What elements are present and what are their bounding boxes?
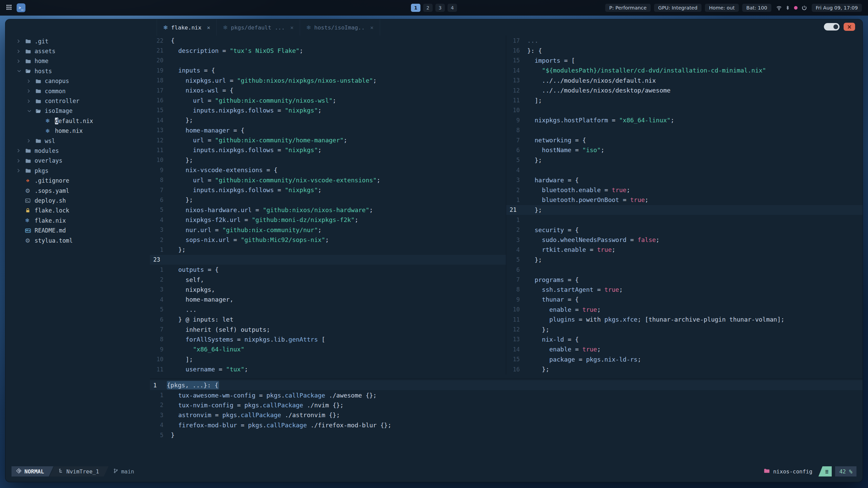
tree-item-canopus[interactable]: canopus: [5, 76, 150, 86]
code-line[interactable]: 8 ssh.startAgent = true;: [506, 285, 863, 294]
tree-item-home.nix[interactable]: ❄home.nix: [5, 126, 150, 136]
wifi-icon[interactable]: [776, 5, 782, 11]
editor-pane-hosts-iso-default-nix[interactable]: 17...16}: {15 imports = [14 "${modulesPa…: [506, 36, 863, 374]
chevron-right-icon[interactable]: [17, 159, 25, 163]
editor-pane-flake-nix[interactable]: 22{21 description = "tux's NixOS Flake";…: [150, 36, 506, 374]
tree-item-stylua.toml[interactable]: ⚙stylua.toml: [5, 236, 150, 245]
code-line[interactable]: 2 self,: [150, 274, 506, 284]
workspace-button-4[interactable]: 4: [448, 4, 457, 12]
tab-pkgs-default-[interactable]: ❄pkgs/default ...×: [217, 19, 300, 36]
code-line[interactable]: 21 description = "tux's NixOS Flake";: [150, 45, 506, 55]
code-line[interactable]: 16 url = "github:nix-community/nixos-wsl…: [150, 95, 506, 105]
tree-item-wsl[interactable]: wsl: [5, 136, 150, 146]
code-line[interactable]: 5 nixos-hardware.url = "github:nixos/nix…: [150, 205, 506, 215]
minimize-pill-button[interactable]: [824, 23, 840, 30]
chevron-right-icon[interactable]: [27, 89, 35, 93]
code-line[interactable]: 3 nur.url = "github:nix-community/nur";: [150, 225, 506, 235]
code-line[interactable]: 16 };: [506, 364, 863, 374]
code-line[interactable]: 13 ../../modules/nixos/default.nix: [506, 76, 863, 85]
tree-item-common[interactable]: common: [5, 86, 150, 96]
chevron-down-icon[interactable]: [17, 69, 25, 73]
code-line[interactable]: 21 };: [506, 205, 863, 215]
code-line[interactable]: 3 astronvim = pkgs.callPackage ./astronv…: [150, 410, 863, 420]
code-line[interactable]: 13 home-manager = {: [150, 125, 506, 135]
chevron-right-icon[interactable]: [27, 79, 35, 83]
code-line[interactable]: 9 nixpkgs.hostPlatform = "x86_64-linux";: [506, 115, 863, 125]
code-line[interactable]: 19 inputs = {: [150, 65, 506, 75]
code-line[interactable]: 1: [506, 215, 863, 225]
tree-item-pkgs[interactable]: pkgs: [5, 166, 150, 176]
code-line[interactable]: 5 };: [506, 155, 863, 165]
tree-item-.gitignore[interactable]: .gitignore: [5, 176, 150, 185]
tree-item-isoImage[interactable]: isoImage: [5, 106, 150, 116]
chevron-right-icon[interactable]: [17, 49, 25, 54]
code-line[interactable]: 8 url = "github:nix-community/nix-vscode…: [150, 175, 506, 185]
tab-close-button[interactable]: ×: [205, 24, 210, 31]
code-line[interactable]: 17 nixos-wsl = {: [150, 85, 506, 95]
code-line[interactable]: 3 nixpkgs,: [150, 285, 506, 294]
bluetooth-icon[interactable]: [785, 5, 790, 11]
code-line[interactable]: 4 rtkit.enable = true;: [506, 245, 863, 255]
workspace-button-2[interactable]: 2: [423, 4, 433, 12]
code-line[interactable]: 8: [506, 125, 863, 135]
code-line[interactable]: 17...: [506, 36, 863, 45]
code-line[interactable]: 14 "${modulesPath}/installer/cd-dvd/inst…: [506, 65, 863, 75]
code-line[interactable]: 10: [506, 105, 863, 115]
tree-item-home[interactable]: home: [5, 56, 150, 66]
code-line[interactable]: 12 };: [506, 324, 863, 334]
chevron-right-icon[interactable]: [17, 148, 25, 153]
chevron-right-icon[interactable]: [17, 39, 25, 43]
tab-close-button[interactable]: ×: [368, 24, 374, 31]
code-line[interactable]: 2 security = {: [506, 225, 863, 235]
code-line[interactable]: 7 networking = {: [506, 135, 863, 145]
tree-item-.sops.yaml[interactable]: ⚙.sops.yaml: [5, 186, 150, 196]
code-line[interactable]: 11 plugins = with pkgs.xfce; [thunar-arc…: [506, 314, 863, 324]
code-line[interactable]: 1{pkgs, ...}: {: [150, 380, 863, 390]
code-line[interactable]: 11 ];: [506, 95, 863, 105]
code-line[interactable]: 12 ../../modules/nixos/desktop/awesome: [506, 85, 863, 95]
code-line[interactable]: 5 };: [506, 255, 863, 265]
power-icon[interactable]: [802, 5, 807, 11]
code-line[interactable]: 10 enable = true;: [506, 305, 863, 314]
tree-item-default.nix[interactable]: ❄default.nix: [5, 116, 150, 126]
code-line[interactable]: 2 tux-nvim-config = pkgs.callPackage ./n…: [150, 400, 863, 410]
code-line[interactable]: 6 hostName = "iso";: [506, 145, 863, 155]
tree-item-modules[interactable]: modules: [5, 146, 150, 156]
code-line[interactable]: 1 bluetooth.powerOnBoot = true;: [506, 195, 863, 205]
code-line[interactable]: 5 ...: [150, 305, 506, 314]
code-line[interactable]: 4 firefox-mod-blur = pkgs.callPackage ./…: [150, 420, 863, 430]
code-line[interactable]: 23: [150, 255, 506, 265]
tree-item-flake.lock[interactable]: flake.lock: [5, 206, 150, 216]
code-line[interactable]: 4 home-manager,: [150, 294, 506, 304]
tree-item-.git[interactable]: .git: [5, 36, 150, 46]
code-line[interactable]: 14 enable = true;: [506, 344, 863, 354]
workspace-button-1[interactable]: 1: [411, 4, 420, 12]
code-line[interactable]: 22{: [150, 36, 506, 45]
code-line[interactable]: 2 bluetooth.enable = true;: [506, 185, 863, 195]
code-line[interactable]: 6 };: [150, 195, 506, 205]
code-line[interactable]: 14 };: [150, 115, 506, 125]
code-line[interactable]: 9 "x86_64-linux": [150, 344, 506, 354]
code-line[interactable]: 7 inherit (self) outputs;: [150, 324, 506, 334]
tree-item-hosts[interactable]: hosts: [5, 66, 150, 76]
code-line[interactable]: 3 hardware = {: [506, 175, 863, 185]
code-line[interactable]: 16}: {: [506, 45, 863, 55]
chevron-down-icon[interactable]: [27, 109, 35, 113]
launcher-icon[interactable]: [6, 4, 12, 12]
code-line[interactable]: 5}: [150, 430, 863, 440]
code-line[interactable]: 18 nixpkgs.url = "github:nixos/nixpkgs/n…: [150, 76, 506, 85]
editor-pane-pkgs-default-nix[interactable]: 1{pkgs, ...}: {1 tux-awesome-wm-config =…: [150, 379, 863, 440]
code-line[interactable]: 3 sudo.wheelNeedsPassword = false;: [506, 235, 863, 245]
tab-close-button[interactable]: ×: [288, 24, 294, 31]
code-line[interactable]: 6: [506, 265, 863, 274]
code-line[interactable]: 4: [506, 165, 863, 175]
code-line[interactable]: 15 inputs.nixpkgs.follows = "nixpkgs";: [150, 105, 506, 115]
code-line[interactable]: 10 };: [150, 155, 506, 165]
terminal-client-icon[interactable]: >_: [17, 3, 25, 12]
chevron-right-icon[interactable]: [27, 139, 35, 143]
code-line[interactable]: 1 };: [150, 245, 506, 255]
code-line[interactable]: 15 imports = [: [506, 56, 863, 65]
code-line[interactable]: 11 username = "tux";: [150, 364, 506, 374]
code-line[interactable]: 12 url = "github:nix-community/home-mana…: [150, 135, 506, 145]
code-line[interactable]: 7 programs = {: [506, 274, 863, 284]
